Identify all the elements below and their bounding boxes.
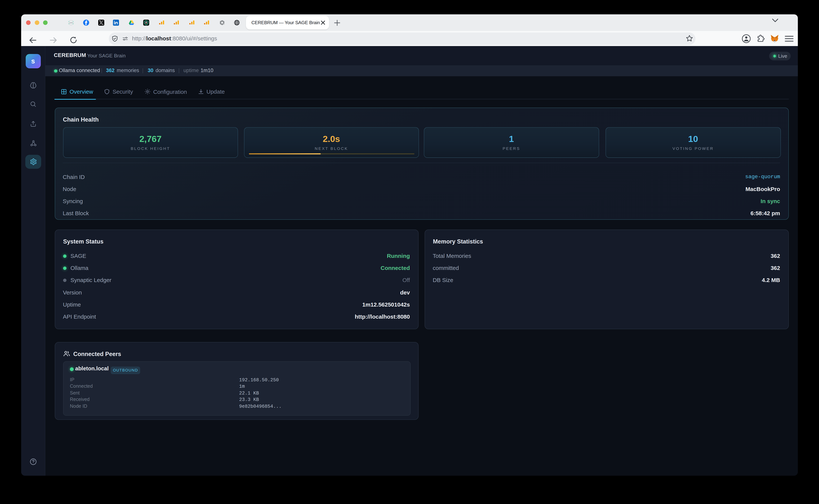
svg-text:CFP: CFP bbox=[69, 22, 73, 24]
